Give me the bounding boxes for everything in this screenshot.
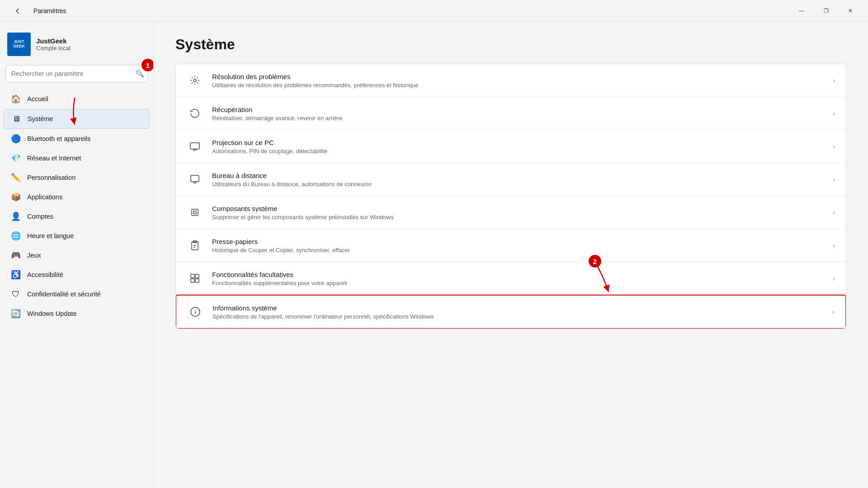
nav-label-accessibilite: Accessibilité [27,271,63,278]
settings-item-recuperation[interactable]: Récupération Réinitialiser, démarrage av… [176,97,846,130]
user-info: JustGeek Compte local [36,37,71,52]
chevron-icon-resolution: › [833,77,835,84]
close-button[interactable]: ✕ [840,4,861,18]
nav-label-comptes: Comptes [27,213,53,220]
settings-item-projection[interactable]: Projection sur ce PC Autorisations, PIN … [176,130,846,163]
sidebar-item-heure[interactable]: 🌐 Heure et langue [4,226,150,245]
settings-desc-projection: Autorisations, PIN de couplage, détectab… [212,148,833,155]
nav-icon-heure: 🌐 [11,231,21,241]
nav-icon-reseau: 💎 [11,153,21,163]
nav-list: 🏠 Accueil 🖥 Système 🔵 Bluetooth et appar… [0,89,153,323]
svg-rect-4 [193,211,196,214]
svg-rect-7 [191,274,194,278]
sidebar-item-reseau[interactable]: 💎 Réseau et Internet [4,149,150,168]
sidebar-item-personnalisation[interactable]: ✏️ Personnalisation [4,168,150,187]
svg-rect-3 [192,209,198,216]
settings-text-projection: Projection sur ce PC Autorisations, PIN … [212,139,833,155]
settings-title-bureau: Bureau à distance [212,172,833,179]
settings-title-resolution: Résolution des problèmes [212,73,833,80]
chevron-icon-bureau: › [833,176,835,183]
minimize-button[interactable]: — [791,4,812,18]
nav-icon-applications: 📦 [11,192,21,202]
back-button[interactable] [7,4,28,18]
settings-desc-resolution: Utilitaires de résolution des problèmes … [212,82,833,89]
settings-icon-bureau [187,171,203,188]
nav-icon-confidentialite: 🛡 [11,289,21,299]
svg-point-0 [193,79,196,82]
settings-icon-fonctionnalites [187,270,203,286]
settings-text-fonctionnalites: Fonctionnalités facultatives Fonctionnal… [212,271,833,286]
settings-item-fonctionnalites[interactable]: Fonctionnalités facultatives Fonctionnal… [176,262,846,295]
nav-icon-jeux: 🎮 [11,250,21,260]
nav-icon-comptes: 👤 [11,211,21,221]
chevron-icon-presse: › [833,242,835,249]
sidebar-item-comptes[interactable]: 👤 Comptes [4,207,150,226]
window-title: Paramètres [33,7,66,14]
nav-icon-windowsupdate: 🔄 [11,309,21,319]
window-controls: — ❐ ✕ [791,4,861,18]
settings-icon-recuperation [187,105,203,122]
settings-text-informations: Informations système Spécifications de l… [212,304,832,320]
page-title: Système [175,36,846,53]
nav-label-accueil: Accueil [27,95,48,103]
nav-label-applications: Applications [27,193,62,201]
nav-icon-bluetooth: 🔵 [11,134,21,144]
sidebar: JUST GEEK JustGeek Compte local 🔍 1 🏠 Ac… [0,22,154,488]
settings-text-resolution: Résolution des problèmes Utilitaires de … [212,73,833,89]
user-account: Compte local [36,45,71,52]
sidebar-item-applications[interactable]: 📦 Applications [4,188,150,206]
sidebar-item-accueil[interactable]: 🏠 Accueil [4,89,150,108]
settings-icon-informations [187,304,203,320]
settings-title-informations: Informations système [212,304,832,312]
settings-text-composants: Composants système Supprimer et gérer le… [212,205,833,221]
settings-list: Résolution des problèmes Utilitaires de … [175,64,846,329]
settings-desc-composants: Supprimer et gérer les composants systèm… [212,214,833,221]
chevron-icon-fonctionnalites: › [833,275,835,282]
settings-item-resolution[interactable]: Résolution des problèmes Utilitaires de … [176,64,846,97]
nav-icon-systeme: 🖥 [11,114,21,124]
settings-desc-informations: Spécifications de l'appareil, renommer l… [212,313,832,320]
settings-title-fonctionnalites: Fonctionnalités facultatives [212,271,833,278]
nav-icon-accessibilite: ♿ [11,270,21,280]
main-content: Système Résolution des problèmes Utilita… [154,22,868,488]
search-input[interactable] [5,65,148,82]
settings-item-presse[interactable]: Presse-papiers Historique de Couper et C… [176,229,846,262]
svg-rect-10 [195,279,199,282]
settings-desc-fonctionnalites: Fonctionnalités supplémentaires pour vot… [212,280,833,286]
settings-icon-presse [187,237,203,253]
title-bar: Paramètres — ❐ ✕ [0,0,868,22]
search-icon-button[interactable]: 🔍 [136,70,144,78]
svg-rect-9 [191,279,194,282]
settings-title-recuperation: Récupération [212,106,833,113]
sidebar-item-jeux[interactable]: 🎮 Jeux [4,246,150,265]
svg-rect-8 [195,274,199,278]
settings-item-composants[interactable]: Composants système Supprimer et gérer le… [176,196,846,229]
sidebar-item-bluetooth[interactable]: 🔵 Bluetooth et appareils [4,129,150,148]
search-box: 🔍 1 [5,65,148,82]
app-container: JUST GEEK JustGeek Compte local 🔍 1 🏠 Ac… [0,22,868,488]
sidebar-item-windowsupdate[interactable]: 🔄 Windows Update [4,304,150,323]
nav-label-bluetooth: Bluetooth et appareils [27,135,90,142]
nav-label-windowsupdate: Windows Update [27,310,77,317]
nav-label-personnalisation: Personnalisation [27,174,75,181]
settings-icon-composants [187,204,203,221]
sidebar-item-confidentialite[interactable]: 🛡 Confidentialité et sécurité [4,285,150,304]
chevron-icon-projection: › [833,143,835,150]
chevron-icon-informations: › [832,308,835,315]
settings-icon-projection [187,138,203,155]
user-name: JustGeek [36,37,71,45]
nav-label-jeux: Jeux [27,252,41,259]
settings-item-informations[interactable]: Informations système Spécifications de l… [175,295,846,329]
settings-desc-presse: Historique de Couper et Copier, synchron… [212,247,833,253]
sidebar-item-systeme[interactable]: 🖥 Système [4,109,150,129]
settings-text-recuperation: Récupération Réinitialiser, démarrage av… [212,106,833,122]
sidebar-item-accessibilite[interactable]: ♿ Accessibilité [4,265,150,284]
nav-label-confidentialite: Confidentialité et sécurité [27,291,101,298]
maximize-button[interactable]: ❐ [816,4,836,18]
user-logo: JUST GEEK [7,33,31,56]
nav-icon-accueil: 🏠 [11,94,21,104]
user-section: JUST GEEK JustGeek Compte local [0,29,153,65]
nav-icon-personnalisation: ✏️ [11,173,21,183]
annotation-badge-1: 1 [142,59,154,71]
settings-item-bureau[interactable]: Bureau à distance Utilisateurs du Bureau… [176,163,846,196]
